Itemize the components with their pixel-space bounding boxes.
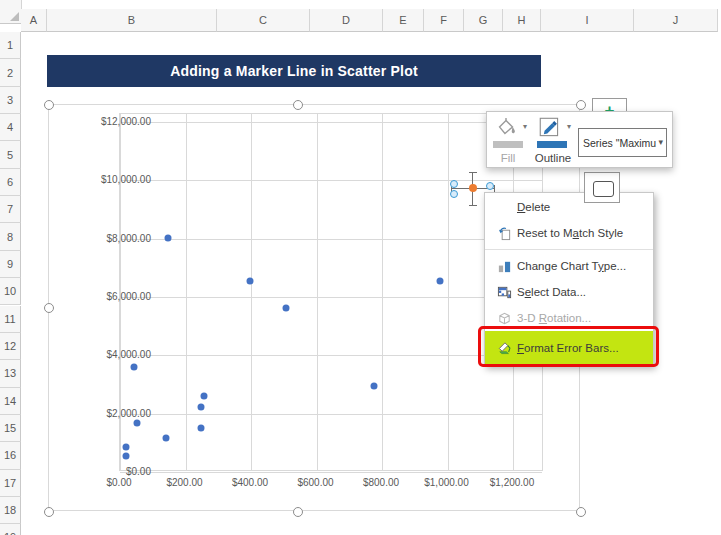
- fill-dropdown-chevron[interactable]: ▾: [523, 122, 527, 131]
- row-header-12[interactable]: 12: [0, 333, 21, 360]
- error-bar-cap: [469, 205, 477, 206]
- data-point[interactable]: [122, 453, 129, 460]
- change-chart-type-icon: [485, 259, 517, 274]
- y-tick-label: $2,000.00: [81, 407, 151, 418]
- data-point[interactable]: [201, 393, 208, 400]
- outline-swatch: [537, 141, 567, 148]
- chart-element-selector[interactable]: Series "Maximu ▾: [578, 128, 667, 157]
- column-header-C[interactable]: C: [217, 9, 310, 32]
- row-header-5[interactable]: 5: [0, 141, 21, 168]
- error-bar-cap: [469, 172, 477, 173]
- menu-item-change-chart-type[interactable]: Change Chart Type...: [485, 253, 653, 279]
- x-gridline: [251, 114, 252, 470]
- selected-data-point[interactable]: [469, 184, 477, 192]
- chevron-down-icon: ▾: [658, 137, 663, 147]
- fill-button-label[interactable]: Fill: [487, 152, 529, 164]
- row-header-8[interactable]: 8: [0, 223, 21, 250]
- data-point[interactable]: [283, 304, 290, 311]
- outline-pencil-icon[interactable]: [537, 116, 563, 139]
- y-tick-label: $4,000.00: [81, 349, 151, 360]
- row-header-4[interactable]: 4: [0, 114, 21, 141]
- menu-item-reset-to-match-style[interactable]: Reset to Match Style: [485, 220, 653, 246]
- chart-selection-handle[interactable]: [293, 100, 303, 110]
- row-header-11[interactable]: 11: [0, 306, 21, 333]
- column-header-F[interactable]: F: [424, 9, 464, 32]
- y-gridline: [120, 414, 542, 415]
- row-header-17[interactable]: 17: [0, 470, 21, 497]
- select-all-triangle: [10, 12, 19, 21]
- fill-bucket-icon[interactable]: [493, 117, 519, 139]
- column-header-E[interactable]: E: [383, 9, 424, 32]
- chart-styles-brush-button[interactable]: [584, 172, 620, 203]
- chart-selection-handle[interactable]: [293, 507, 303, 517]
- data-point[interactable]: [436, 278, 443, 285]
- row-header-6[interactable]: 6: [0, 169, 21, 196]
- row-header-9[interactable]: 9: [0, 251, 21, 278]
- row-header-18[interactable]: 18: [0, 497, 21, 524]
- mini-toolbar: ▾ Fill ▾ Outline Series "Maximu ▾: [486, 111, 673, 168]
- y-gridline: [120, 297, 542, 298]
- y-tick-label: $6,000.00: [81, 291, 151, 302]
- error-bar-handle[interactable]: [486, 182, 494, 190]
- column-header-D[interactable]: D: [310, 9, 383, 32]
- chart-selection-handle[interactable]: [44, 507, 54, 517]
- data-point[interactable]: [197, 403, 204, 410]
- x-tick-label: $1,000.00: [412, 477, 482, 488]
- chart-selection-handle[interactable]: [44, 100, 54, 110]
- outline-button-label[interactable]: Outline: [531, 152, 575, 164]
- y-gridline: [120, 122, 542, 123]
- row-header-16[interactable]: 16: [0, 442, 21, 469]
- chart-selection-handle[interactable]: [576, 507, 586, 517]
- row-header-7[interactable]: 7: [0, 196, 21, 223]
- column-header-J[interactable]: J: [634, 9, 718, 32]
- data-point[interactable]: [197, 425, 204, 432]
- brush-icon: [593, 181, 614, 197]
- error-bar-handle[interactable]: [450, 180, 458, 188]
- row-header-15[interactable]: 15: [0, 415, 21, 442]
- row-header-1[interactable]: 1: [0, 32, 21, 59]
- menu-item-label: Reset to Match Style: [517, 227, 653, 239]
- data-point[interactable]: [122, 444, 129, 451]
- plot-area: [119, 113, 543, 471]
- column-header-B[interactable]: B: [47, 9, 217, 32]
- row-header-2[interactable]: 2: [0, 59, 21, 86]
- menu-item-select-data[interactable]: Select Data...: [485, 279, 653, 305]
- column-header-A[interactable]: A: [21, 9, 47, 32]
- data-point[interactable]: [165, 234, 172, 241]
- row-header-13[interactable]: 13: [0, 360, 21, 387]
- data-point[interactable]: [130, 364, 137, 371]
- row-header-19[interactable]: 19: [0, 524, 21, 535]
- menu-item-delete[interactable]: Delete: [485, 194, 653, 220]
- x-gridline: [186, 114, 187, 470]
- column-header-I[interactable]: I: [541, 9, 634, 32]
- x-tick-label: $200.00: [150, 477, 220, 488]
- data-point[interactable]: [163, 435, 170, 442]
- x-gridline: [317, 114, 318, 470]
- outline-dropdown-chevron[interactable]: ▾: [567, 122, 571, 131]
- error-bar-cap: [494, 185, 495, 192]
- data-point[interactable]: [134, 420, 141, 427]
- select-all-corner[interactable]: [0, 0, 22, 24]
- x-tick-label: $0.00: [84, 477, 154, 488]
- y-gridline: [120, 472, 542, 473]
- x-gridline: [382, 114, 383, 470]
- y-tick-label: $10,000.00: [81, 174, 151, 185]
- column-header-H[interactable]: H: [503, 9, 541, 32]
- chart-selection-handle[interactable]: [44, 303, 54, 313]
- row-header-14[interactable]: 14: [0, 388, 21, 415]
- menu-item-label: 3-D Rotation...: [517, 312, 653, 324]
- row-header-3[interactable]: 3: [0, 87, 21, 114]
- error-bar-handle[interactable]: [450, 190, 458, 198]
- menu-item-label: Select Data...: [517, 286, 653, 298]
- data-point[interactable]: [247, 278, 254, 285]
- row-header-10[interactable]: 10: [0, 278, 21, 305]
- select-data-icon: [485, 285, 517, 300]
- data-point[interactable]: [371, 383, 378, 390]
- x-tick-label: $800.00: [346, 477, 416, 488]
- column-header-G[interactable]: G: [464, 9, 503, 32]
- x-gridline: [448, 114, 449, 470]
- chart-selection-handle[interactable]: [576, 100, 586, 110]
- x-tick-label: $600.00: [281, 477, 351, 488]
- y-tick-label: $0.00: [81, 466, 151, 477]
- fill-swatch: [493, 141, 523, 148]
